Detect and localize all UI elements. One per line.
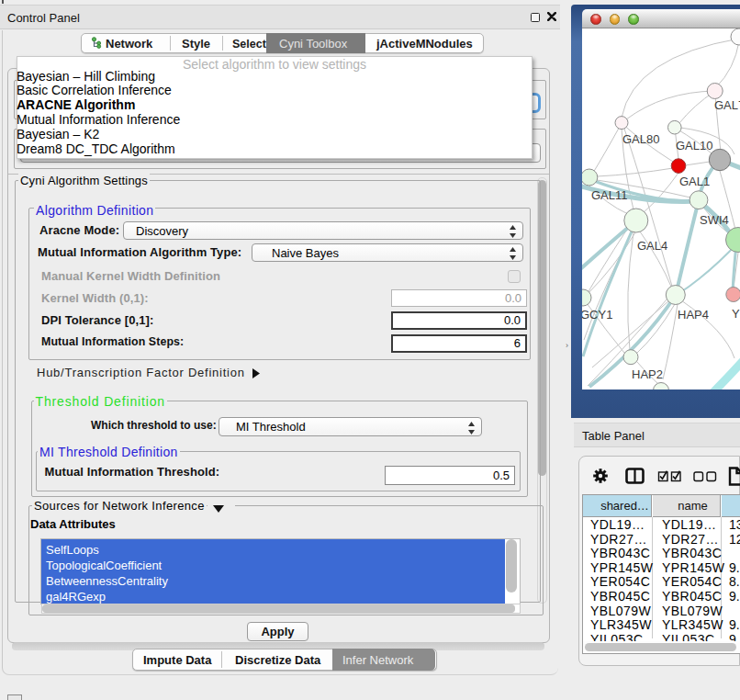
svg-text:HAP2: HAP2 [632,367,663,381]
svg-text:GAL11: GAL11 [591,188,628,202]
svg-text:GAL7: GAL7 [714,98,740,112]
svg-text:GAL10: GAL10 [676,139,712,152]
svg-text:SWI4: SWI4 [700,213,729,227]
svg-text:Y: Y [732,307,740,321]
svg-text:GAL4: GAL4 [637,239,667,253]
svg-text:GAL1: GAL1 [679,175,710,188]
svg-text:HAP4: HAP4 [678,308,709,322]
svg-text:GAL80: GAL80 [622,132,659,146]
svg-text:GCY1: GCY1 [582,308,612,322]
